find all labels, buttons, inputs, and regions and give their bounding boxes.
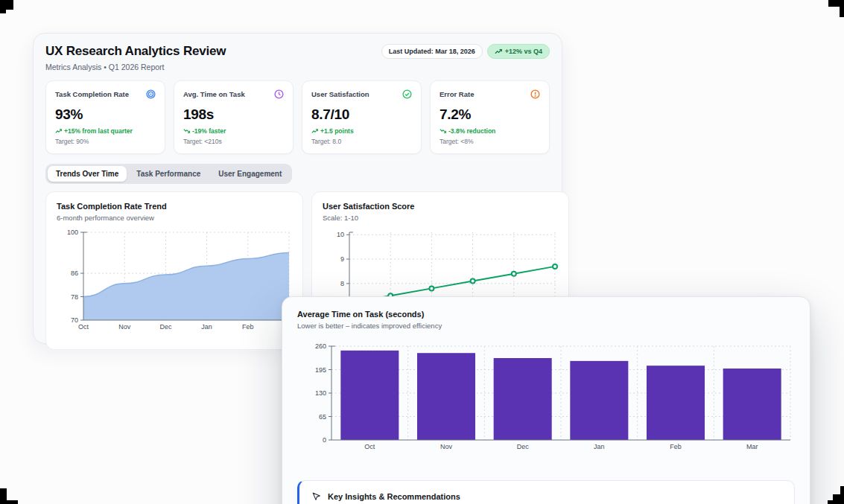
svg-text:78: 78 [71, 293, 78, 301]
svg-text:Nov: Nov [118, 323, 131, 331]
trending-down-icon [183, 128, 190, 134]
svg-text:100: 100 [67, 229, 78, 236]
metric-target: Target: <210s [183, 138, 284, 145]
svg-text:Jan: Jan [594, 443, 605, 450]
metric-value: 8.7/10 [311, 106, 412, 123]
target-icon [146, 89, 156, 99]
metric-label: Error Rate [440, 90, 474, 98]
svg-text:Feb: Feb [670, 443, 682, 450]
insights-card[interactable]: Key Insights & Recommendations [297, 480, 795, 504]
svg-text:Dec: Dec [517, 443, 530, 450]
panel-header: UX Research Analytics Review Metrics Ana… [45, 44, 550, 71]
svg-text:Oct: Oct [364, 443, 375, 450]
trending-down-icon [440, 128, 446, 134]
page-subtitle: Metrics Analysis • Q1 2026 Report [45, 63, 226, 71]
svg-text:70: 70 [71, 316, 78, 324]
pointer-icon [311, 491, 321, 501]
svg-text:Mar: Mar [746, 443, 758, 450]
metric-trend: +15% from last quarter [55, 127, 156, 135]
svg-text:Feb: Feb [242, 323, 254, 331]
metric-card-user-satisfaction: User Satisfaction 8.7/10 +1.5 points Tar… [302, 80, 422, 154]
completion-trend-chart: 707886100OctNovDecJanFebMar [57, 228, 292, 339]
svg-text:0: 0 [323, 436, 326, 444]
corner-marker-bottom-left-step [0, 500, 18, 504]
corner-marker-top-right-step [840, 7, 844, 17]
overlay-panel: Average Time on Task (seconds) Lower is … [282, 296, 810, 504]
metric-cards-row: Task Completion Rate 93% +15% from last … [45, 80, 550, 154]
overlay-chart-title: Average Time on Task (seconds) [297, 310, 795, 319]
last-updated-chip: Last Updated: Mar 18, 2026 [381, 44, 483, 59]
corner-marker-top-right [828, 0, 844, 7]
metric-target: Target: <8% [440, 138, 540, 145]
growth-badge: +12% vs Q4 [487, 44, 550, 59]
metric-target: Target: 90% [55, 138, 156, 145]
title-block: UX Research Analytics Review Metrics Ana… [45, 44, 226, 71]
svg-text:195: 195 [315, 366, 326, 374]
tab-trends-over-time[interactable]: Trends Over Time [48, 166, 127, 182]
metric-label: Avg. Time on Task [183, 90, 245, 98]
chart-title: Task Completion Rate Trend [57, 202, 292, 211]
svg-text:Dec: Dec [159, 323, 172, 331]
header-chips: Last Updated: Mar 18, 2026 +12% vs Q4 [381, 44, 550, 59]
metric-label: User Satisfaction [311, 90, 369, 98]
chart-card-completion-trend: Task Completion Rate Trend 6-month perfo… [45, 191, 303, 350]
svg-text:130: 130 [315, 389, 326, 397]
svg-text:260: 260 [315, 342, 326, 350]
metric-value: 198s [183, 106, 284, 123]
metric-card-error-rate: Error Rate 7.2% -3.8% reduction Target: … [430, 80, 550, 154]
svg-text:Jan: Jan [201, 323, 212, 331]
check-circle-icon [402, 89, 412, 99]
corner-marker-top-left-step [0, 10, 6, 13]
svg-text:Oct: Oct [78, 323, 89, 331]
metric-trend: -19% faster [183, 127, 284, 135]
metric-trend: -3.8% reduction [440, 127, 540, 135]
corner-marker-bottom-right-step2 [828, 500, 844, 504]
chart-subtitle: 6-month performance overview [57, 214, 292, 222]
corner-marker-top-left [0, 0, 13, 10]
svg-text:86: 86 [71, 269, 78, 277]
growth-badge-label: +12% vs Q4 [505, 48, 542, 55]
metric-trend: +1.5 points [311, 127, 412, 135]
metric-target: Target: 8.0 [311, 138, 412, 145]
trending-up-icon [55, 128, 62, 134]
tab-task-performance[interactable]: Task Performance [128, 166, 209, 182]
metric-card-time-on-task: Avg. Time on Task 198s -19% faster Targe… [174, 80, 294, 154]
tab-bar: Trends Over Time Task Performance User E… [45, 164, 292, 184]
svg-text:8: 8 [340, 280, 344, 287]
metric-value: 7.2% [440, 106, 540, 123]
chart-subtitle: Scale: 1-10 [323, 214, 558, 222]
overlay-chart-subtitle: Lower is better – indicates improved eff… [297, 322, 795, 330]
metric-card-task-completion: Task Completion Rate 93% +15% from last … [45, 80, 165, 154]
insights-title: Key Insights & Recommendations [328, 492, 460, 501]
svg-text:9: 9 [340, 255, 344, 263]
trending-up-icon [495, 48, 502, 54]
chart-title: User Satisfaction Score [323, 202, 558, 211]
clock-icon [274, 89, 284, 99]
alert-circle-icon [530, 89, 540, 99]
svg-text:65: 65 [319, 413, 326, 421]
metric-label: Task Completion Rate [55, 90, 129, 98]
trending-up-icon [311, 128, 318, 134]
tab-user-engagement[interactable]: User Engagement [210, 166, 290, 182]
time-on-task-chart: 065130195260OctNovDecJanFebMar [297, 340, 795, 459]
svg-text:10: 10 [337, 231, 344, 238]
metric-value: 93% [55, 106, 156, 123]
svg-text:Nov: Nov [440, 443, 453, 450]
page-title: UX Research Analytics Review [45, 44, 226, 59]
page: { "header": { "title": "UX Research Anal… [0, 0, 844, 504]
